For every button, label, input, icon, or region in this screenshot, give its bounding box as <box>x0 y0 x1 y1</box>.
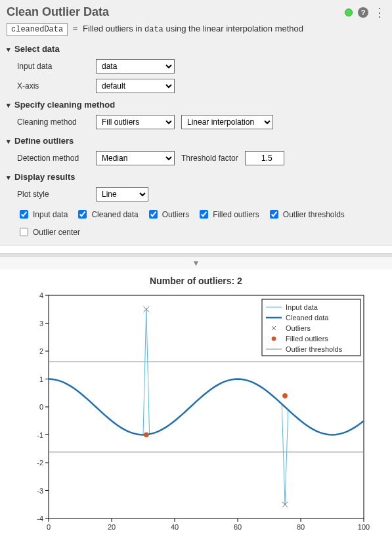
svg-text:2: 2 <box>39 347 43 355</box>
section-display-results[interactable]: Display results <box>7 172 385 182</box>
section-define-outliers[interactable]: Define outliers <box>7 136 385 146</box>
svg-text:-1: -1 <box>37 431 43 439</box>
detection-method-label: Detection method <box>17 154 89 163</box>
svg-text:80: 80 <box>296 523 304 531</box>
input-data-label: Input data <box>17 62 89 71</box>
output-variable: cleanedData <box>7 23 68 36</box>
plot-style-select[interactable]: Line <box>96 187 148 201</box>
cb-outliers[interactable]: Outliers <box>146 208 189 221</box>
output-expression: cleanedData = Filled outliers in data us… <box>7 23 385 36</box>
svg-text:20: 20 <box>107 523 115 531</box>
kebab-menu-icon[interactable]: ⋮ <box>374 7 385 18</box>
chart: 020406080100-4-3-2-101234Input dataClean… <box>19 289 374 538</box>
svg-point-38 <box>282 394 287 398</box>
svg-point-37 <box>144 432 148 437</box>
cb-cleaned-data[interactable]: Cleaned data <box>76 208 138 221</box>
svg-text:60: 60 <box>233 523 241 531</box>
header-row: Clean Outlier Data ? ⋮ <box>7 5 385 19</box>
svg-text:3: 3 <box>39 320 43 327</box>
cb-filled-outliers[interactable]: Filled outliers <box>197 208 259 221</box>
svg-text:0: 0 <box>39 403 43 411</box>
svg-text:Outlier thresholds: Outlier thresholds <box>286 345 343 353</box>
plot-style-label: Plot style <box>17 190 89 199</box>
svg-text:-4: -4 <box>37 515 43 522</box>
cleaning-mode-select[interactable]: Fill outliers <box>96 115 175 129</box>
svg-text:Outliers: Outliers <box>286 324 311 332</box>
cleaning-method-label: Cleaning method <box>17 117 89 127</box>
svg-text:100: 100 <box>357 523 369 531</box>
svg-text:Cleaned data: Cleaned data <box>286 314 329 322</box>
xaxis-select[interactable]: default <box>96 79 175 93</box>
svg-text:4: 4 <box>39 291 43 299</box>
svg-point-47 <box>272 337 276 341</box>
svg-text:-3: -3 <box>37 487 43 495</box>
input-data-select[interactable]: data <box>96 59 175 74</box>
chart-title: Number of outliers: 2 <box>7 276 385 286</box>
cb-input-data[interactable]: Input data <box>17 208 68 221</box>
section-select-data[interactable]: Select data <box>7 44 385 54</box>
svg-text:0: 0 <box>46 523 50 531</box>
svg-text:-2: -2 <box>37 459 43 467</box>
svg-text:40: 40 <box>170 523 178 531</box>
status-indicator <box>345 9 353 16</box>
cb-outlier-center[interactable]: Outlier center <box>17 226 80 238</box>
threshold-input[interactable] <box>245 151 284 165</box>
section-cleaning-method[interactable]: Specify cleaning method <box>7 100 385 110</box>
collapse-arrow-icon[interactable]: ▼ <box>0 257 392 269</box>
page-title: Clean Outlier Data <box>7 5 109 19</box>
svg-text:Filled outliers: Filled outliers <box>286 335 328 343</box>
xaxis-label: X-axis <box>17 81 89 91</box>
cb-outlier-thresholds[interactable]: Outlier thresholds <box>267 208 345 221</box>
detection-method-select[interactable]: Median <box>96 151 175 165</box>
threshold-label: Threshold factor <box>181 154 238 163</box>
help-icon[interactable]: ? <box>358 7 368 18</box>
cleaning-sub-select[interactable]: Linear interpolation <box>181 115 273 129</box>
svg-text:Input data: Input data <box>286 303 318 311</box>
svg-text:1: 1 <box>39 375 43 383</box>
